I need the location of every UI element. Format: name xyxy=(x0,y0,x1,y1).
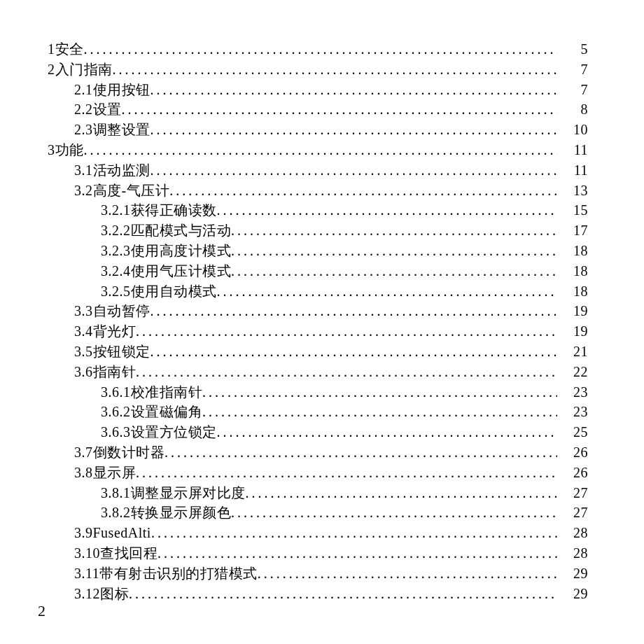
toc-entry-number: 3.2.5 xyxy=(101,281,131,302)
toc-entry[interactable]: 3.8 显示屏26 xyxy=(48,463,588,483)
toc-entry[interactable]: 3.6 指南针22 xyxy=(48,362,588,382)
toc-entry[interactable]: 3.10 查找回程28 xyxy=(48,543,588,564)
toc-entry-title: 匹配模式与活动 xyxy=(131,220,232,241)
toc-entry-number: 3.4 xyxy=(74,321,93,342)
toc-entry-number: 3.2.3 xyxy=(101,241,131,261)
toc-entry-number: 3.6 xyxy=(74,362,93,382)
toc-entry-title: 设置方位锁定 xyxy=(131,422,217,442)
toc-entry-page: 7 xyxy=(557,59,588,80)
toc-entry[interactable]: 3 功能11 xyxy=(48,140,588,160)
toc-entry[interactable]: 3.8.2 转换显示屏颜色27 xyxy=(48,503,588,523)
toc-entry-title: 倒数计时器 xyxy=(93,442,165,463)
toc-entry-title: 指南针 xyxy=(93,362,136,382)
toc-leader-dots xyxy=(217,200,558,220)
toc-entry-page: 13 xyxy=(557,181,588,201)
toc-entry-number: 3.9 xyxy=(74,523,93,543)
toc-entry-number: 3.2 xyxy=(74,181,93,201)
toc-entry[interactable]: 3.2 高度-气压计13 xyxy=(48,181,588,201)
toc-entry-page: 23 xyxy=(557,402,588,422)
toc-leader-dots xyxy=(136,362,557,382)
toc-entry-page: 26 xyxy=(557,463,588,483)
toc-entry-title: 使用高度计模式 xyxy=(131,241,232,261)
toc-leader-dots xyxy=(122,99,558,120)
toc-entry-page: 26 xyxy=(557,442,588,463)
toc-entry[interactable]: 3.3 自动暂停19 xyxy=(48,301,588,321)
toc-entry[interactable]: 2.1 使用按钮7 xyxy=(48,80,588,100)
toc-entry[interactable]: 2.2 设置8 xyxy=(48,99,588,120)
toc-entry[interactable]: 3.2.3 使用高度计模式18 xyxy=(48,241,588,261)
toc-leader-dots xyxy=(246,483,558,503)
toc-entry[interactable]: 2.3 调整设置10 xyxy=(48,120,588,140)
toc-entry[interactable]: 3.6.1 校准指南针23 xyxy=(48,382,588,402)
toc-entry-title: 使用按钮 xyxy=(93,80,150,100)
toc-entry-title: 设置 xyxy=(93,99,122,120)
toc-entry[interactable]: 3.1 活动监测11 xyxy=(48,160,588,181)
toc-entry-page: 23 xyxy=(557,382,588,402)
toc-leader-dots xyxy=(151,523,557,543)
toc-leader-dots xyxy=(150,301,558,321)
toc-entry[interactable]: 3.9 FusedAlti28 xyxy=(48,523,588,543)
toc-entry[interactable]: 3.2.4 使用气压计模式18 xyxy=(48,261,588,281)
toc-leader-dots xyxy=(231,503,557,523)
toc-entry[interactable]: 3.5 按钮锁定21 xyxy=(48,342,588,362)
toc-entry-title: 调整设置 xyxy=(93,120,150,140)
toc-entry[interactable]: 3.2.5 使用自动模式18 xyxy=(48,281,588,302)
toc-entry-title: 入门指南 xyxy=(55,59,113,80)
toc-entry-title: 高度-气压计 xyxy=(93,181,170,201)
toc-leader-dots xyxy=(113,59,558,80)
toc-entry[interactable]: 1 安全5 xyxy=(48,39,588,59)
toc-leader-dots xyxy=(217,281,558,302)
toc-entry-number: 3 xyxy=(48,140,55,160)
toc-entry-number: 3.5 xyxy=(74,342,93,362)
toc-entry-title: 设置磁偏角 xyxy=(131,402,203,422)
toc-entry[interactable]: 3.6.3 设置方位锁定25 xyxy=(48,422,588,442)
toc-leader-dots xyxy=(136,463,557,483)
toc-entry-number: 2.3 xyxy=(74,120,93,140)
toc-entry-number: 2.2 xyxy=(74,99,93,120)
toc-entry[interactable]: 3.2.1 获得正确读数15 xyxy=(48,200,588,220)
toc-entry[interactable]: 3.6.2 设置磁偏角23 xyxy=(48,402,588,422)
toc-entry-number: 3.6.2 xyxy=(101,402,131,422)
toc-entry-page: 17 xyxy=(557,220,588,241)
toc-entry-number: 3.2.2 xyxy=(101,220,131,241)
toc-entry-number: 3.2.4 xyxy=(101,261,131,281)
toc-entry-number: 3.2.1 xyxy=(101,200,131,220)
toc-entry-title: 转换显示屏颜色 xyxy=(131,503,232,523)
toc-entry-page: 29 xyxy=(557,564,588,584)
toc-entry-number: 3.10 xyxy=(74,543,100,564)
toc-leader-dots xyxy=(231,241,557,261)
toc-entry-page: 15 xyxy=(557,200,588,220)
toc-entry-title: 使用自动模式 xyxy=(131,281,217,302)
toc-leader-dots xyxy=(231,261,557,281)
toc-entry-title: 功能 xyxy=(55,140,84,160)
toc-entry-title: 查找回程 xyxy=(100,543,158,564)
toc-entry-page: 22 xyxy=(557,362,588,382)
toc-entry-number: 3.8.1 xyxy=(101,483,131,503)
toc-entry-page: 29 xyxy=(557,584,588,604)
toc-entry-page: 5 xyxy=(557,39,588,59)
toc-entry[interactable]: 3.12 图标29 xyxy=(48,584,588,604)
toc-leader-dots xyxy=(136,321,557,342)
toc-entry-page: 10 xyxy=(557,120,588,140)
toc-entry[interactable]: 3.11 带有射击识别的打猎模式29 xyxy=(48,564,588,584)
toc-entry[interactable]: 3.2.2 匹配模式与活动17 xyxy=(48,220,588,241)
toc-entry-title: 显示屏 xyxy=(93,463,136,483)
toc-entry[interactable]: 3.4 背光灯19 xyxy=(48,321,588,342)
toc-entry[interactable]: 3.7 倒数计时器26 xyxy=(48,442,588,463)
toc-entry[interactable]: 3.8.1 调整显示屏对比度27 xyxy=(48,483,588,503)
toc-entry-page: 27 xyxy=(557,483,588,503)
toc-entry-number: 2.1 xyxy=(74,80,93,100)
toc-entry-title: FusedAlti xyxy=(93,523,151,543)
toc-entry-number: 3.6.1 xyxy=(101,382,131,402)
toc-entry-number: 3.8 xyxy=(74,463,93,483)
toc-leader-dots xyxy=(150,160,558,181)
toc-leader-dots xyxy=(217,422,558,442)
toc-leader-dots xyxy=(150,120,558,140)
toc-entry[interactable]: 2 入门指南7 xyxy=(48,59,588,80)
table-of-contents: 1 安全52 入门指南72.1 使用按钮72.2 设置82.3 调整设置103 … xyxy=(48,39,588,603)
toc-entry-page: 19 xyxy=(557,321,588,342)
toc-entry-number: 2 xyxy=(48,59,55,80)
toc-entry-title: 带有射击识别的打猎模式 xyxy=(99,564,258,584)
toc-leader-dots xyxy=(231,220,557,241)
toc-entry-title: 调整显示屏对比度 xyxy=(131,483,246,503)
